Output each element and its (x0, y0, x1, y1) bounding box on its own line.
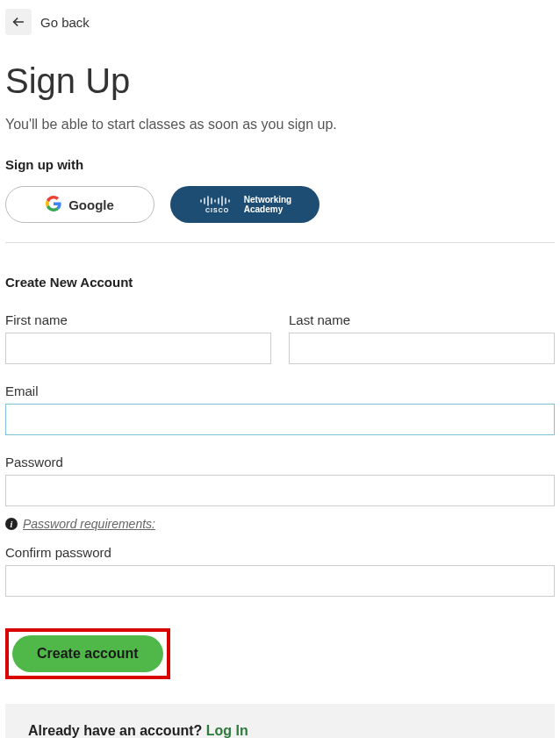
login-link[interactable]: Log In (206, 723, 248, 738)
first-name-input[interactable] (5, 333, 271, 364)
confirm-password-input[interactable] (5, 565, 555, 597)
back-arrow-icon (5, 9, 32, 35)
password-input[interactable] (5, 475, 555, 506)
first-name-label: First name (5, 312, 271, 327)
google-signup-button[interactable]: Google (5, 186, 154, 223)
go-back-link[interactable]: Go back (5, 9, 90, 35)
divider (5, 242, 555, 243)
email-label: Email (5, 383, 555, 398)
cisco-line2: Academy (244, 204, 291, 214)
google-icon (46, 196, 61, 214)
info-icon: i (5, 518, 18, 530)
submit-highlight: Create account (5, 628, 170, 679)
already-prefix: Already have an account? (28, 723, 206, 738)
google-button-label: Google (68, 197, 114, 212)
cisco-icon: CISCO (198, 194, 235, 216)
go-back-label: Go back (40, 15, 90, 30)
signup-with-label: Sign up with (5, 157, 555, 172)
svg-text:CISCO: CISCO (205, 207, 229, 213)
cisco-line1: Networking (244, 195, 291, 204)
last-name-label: Last name (289, 312, 555, 327)
password-requirements-link[interactable]: Password requirements: (23, 517, 155, 531)
cisco-button-label: Networking Academy (244, 195, 291, 214)
oauth-buttons: Google CISCO Networking Aca (5, 186, 555, 223)
create-account-button[interactable]: Create account (12, 635, 163, 672)
cisco-signup-button[interactable]: CISCO Networking Academy (170, 186, 319, 223)
last-name-input[interactable] (289, 333, 555, 364)
confirm-password-label: Confirm password (5, 545, 555, 560)
already-have-account-bar: Already have an account? Log In (5, 704, 555, 738)
email-input[interactable] (5, 404, 555, 435)
page-title: Sign Up (5, 61, 555, 101)
page-subtitle: You'll be able to start classes as soon … (5, 117, 555, 133)
create-account-heading: Create New Account (5, 275, 555, 290)
password-label: Password (5, 455, 555, 469)
